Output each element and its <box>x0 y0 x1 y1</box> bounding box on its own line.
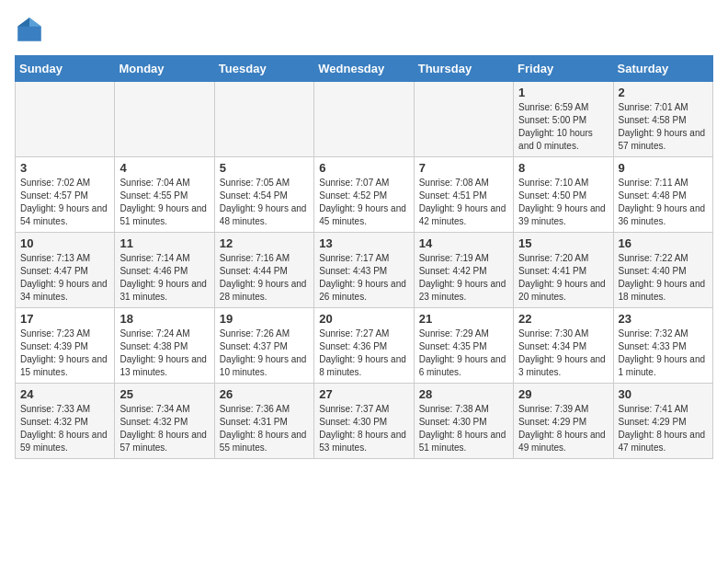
day-content: Sunrise: 7:41 AM Sunset: 4:29 PM Dayligh… <box>619 403 708 454</box>
calendar-cell: 17Sunrise: 7:23 AM Sunset: 4:39 PM Dayli… <box>16 308 115 384</box>
day-content: Sunrise: 7:14 AM Sunset: 4:46 PM Dayligh… <box>119 252 209 304</box>
day-content: Sunrise: 7:08 AM Sunset: 4:51 PM Dayligh… <box>419 177 508 228</box>
calendar-cell: 3Sunrise: 7:02 AM Sunset: 4:57 PM Daylig… <box>16 157 115 233</box>
day-number: 7 <box>419 161 508 175</box>
day-number: 8 <box>518 161 608 175</box>
day-number: 10 <box>20 236 109 250</box>
day-number: 24 <box>20 387 109 401</box>
day-content: Sunrise: 7:04 AM Sunset: 4:55 PM Dayligh… <box>119 177 209 228</box>
calendar-cell: 15Sunrise: 7:20 AM Sunset: 4:41 PM Dayli… <box>514 233 613 308</box>
day-content: Sunrise: 7:26 AM Sunset: 4:37 PM Dayligh… <box>220 327 309 379</box>
col-sunday: Sunday <box>16 56 115 82</box>
day-number: 22 <box>518 312 608 326</box>
col-friday: Friday <box>514 56 613 82</box>
day-content: Sunrise: 7:22 AM Sunset: 4:40 PM Dayligh… <box>619 252 708 304</box>
calendar-table: Sunday Monday Tuesday Wednesday Thursday… <box>15 55 713 459</box>
day-number: 4 <box>119 161 209 175</box>
calendar-cell: 5Sunrise: 7:05 AM Sunset: 4:54 PM Daylig… <box>214 157 313 233</box>
day-content: Sunrise: 7:27 AM Sunset: 4:36 PM Dayligh… <box>319 327 408 379</box>
day-number: 9 <box>619 161 708 175</box>
day-number: 25 <box>119 387 209 401</box>
day-content: Sunrise: 7:13 AM Sunset: 4:47 PM Dayligh… <box>20 252 109 304</box>
calendar-cell: 2Sunrise: 7:01 AM Sunset: 4:58 PM Daylig… <box>613 82 712 157</box>
day-content: Sunrise: 7:23 AM Sunset: 4:39 PM Dayligh… <box>20 327 109 379</box>
calendar-cell <box>115 82 214 157</box>
calendar-cell: 14Sunrise: 7:19 AM Sunset: 4:42 PM Dayli… <box>414 233 513 308</box>
header-row: Sunday Monday Tuesday Wednesday Thursday… <box>16 56 713 82</box>
day-number: 18 <box>119 312 209 326</box>
calendar-cell: 19Sunrise: 7:26 AM Sunset: 4:37 PM Dayli… <box>214 308 313 384</box>
day-content: Sunrise: 7:32 AM Sunset: 4:33 PM Dayligh… <box>619 327 708 379</box>
day-content: Sunrise: 7:37 AM Sunset: 4:30 PM Dayligh… <box>319 403 408 454</box>
col-monday: Monday <box>115 56 214 82</box>
day-content: Sunrise: 7:07 AM Sunset: 4:52 PM Dayligh… <box>319 177 408 228</box>
calendar-week-3: 17Sunrise: 7:23 AM Sunset: 4:39 PM Dayli… <box>16 308 713 384</box>
day-number: 21 <box>419 312 508 326</box>
calendar-cell: 23Sunrise: 7:32 AM Sunset: 4:33 PM Dayli… <box>613 308 712 384</box>
day-content: Sunrise: 7:29 AM Sunset: 4:35 PM Dayligh… <box>419 327 508 379</box>
day-content: Sunrise: 7:38 AM Sunset: 4:30 PM Dayligh… <box>419 403 508 454</box>
day-content: Sunrise: 7:33 AM Sunset: 4:32 PM Dayligh… <box>20 403 109 454</box>
calendar-week-0: 1Sunrise: 6:59 AM Sunset: 5:00 PM Daylig… <box>16 82 713 157</box>
calendar-cell: 4Sunrise: 7:04 AM Sunset: 4:55 PM Daylig… <box>115 157 214 233</box>
calendar-cell: 1Sunrise: 6:59 AM Sunset: 5:00 PM Daylig… <box>514 82 613 157</box>
calendar-cell: 26Sunrise: 7:36 AM Sunset: 4:31 PM Dayli… <box>214 384 313 459</box>
day-content: Sunrise: 7:02 AM Sunset: 4:57 PM Dayligh… <box>20 177 109 228</box>
day-content: Sunrise: 7:19 AM Sunset: 4:42 PM Dayligh… <box>419 252 508 304</box>
calendar-cell: 25Sunrise: 7:34 AM Sunset: 4:32 PM Dayli… <box>115 384 214 459</box>
day-number: 20 <box>319 312 408 326</box>
calendar-cell: 28Sunrise: 7:38 AM Sunset: 4:30 PM Dayli… <box>414 384 513 459</box>
day-content: Sunrise: 7:39 AM Sunset: 4:29 PM Dayligh… <box>518 403 608 454</box>
day-number: 29 <box>518 387 608 401</box>
day-content: Sunrise: 7:30 AM Sunset: 4:34 PM Dayligh… <box>518 327 608 379</box>
calendar-cell: 9Sunrise: 7:11 AM Sunset: 4:48 PM Daylig… <box>613 157 712 233</box>
calendar-cell: 11Sunrise: 7:14 AM Sunset: 4:46 PM Dayli… <box>115 233 214 308</box>
col-wednesday: Wednesday <box>314 56 414 82</box>
calendar-cell: 13Sunrise: 7:17 AM Sunset: 4:43 PM Dayli… <box>314 233 414 308</box>
logo <box>15 15 48 44</box>
day-number: 16 <box>619 236 708 250</box>
calendar-cell <box>16 82 115 157</box>
col-saturday: Saturday <box>613 56 712 82</box>
calendar-header: Sunday Monday Tuesday Wednesday Thursday… <box>16 56 713 82</box>
day-number: 23 <box>619 312 708 326</box>
day-content: Sunrise: 7:17 AM Sunset: 4:43 PM Dayligh… <box>319 252 408 304</box>
calendar-cell: 16Sunrise: 7:22 AM Sunset: 4:40 PM Dayli… <box>613 233 712 308</box>
day-content: Sunrise: 7:05 AM Sunset: 4:54 PM Dayligh… <box>220 177 309 228</box>
svg-marker-2 <box>17 17 29 27</box>
calendar-cell: 7Sunrise: 7:08 AM Sunset: 4:51 PM Daylig… <box>414 157 513 233</box>
calendar-week-2: 10Sunrise: 7:13 AM Sunset: 4:47 PM Dayli… <box>16 233 713 308</box>
day-number: 14 <box>419 236 508 250</box>
calendar-cell: 10Sunrise: 7:13 AM Sunset: 4:47 PM Dayli… <box>16 233 115 308</box>
day-number: 11 <box>119 236 209 250</box>
day-content: Sunrise: 7:01 AM Sunset: 4:58 PM Dayligh… <box>619 101 708 153</box>
logo-icon <box>15 15 44 44</box>
calendar-cell: 20Sunrise: 7:27 AM Sunset: 4:36 PM Dayli… <box>314 308 414 384</box>
calendar-cell: 8Sunrise: 7:10 AM Sunset: 4:50 PM Daylig… <box>514 157 613 233</box>
day-number: 2 <box>619 86 708 99</box>
day-number: 26 <box>220 387 309 401</box>
page-header <box>15 15 713 44</box>
calendar-cell: 22Sunrise: 7:30 AM Sunset: 4:34 PM Dayli… <box>514 308 613 384</box>
day-number: 19 <box>220 312 309 326</box>
day-content: Sunrise: 6:59 AM Sunset: 5:00 PM Dayligh… <box>518 101 608 153</box>
day-content: Sunrise: 7:10 AM Sunset: 4:50 PM Dayligh… <box>518 177 608 228</box>
day-content: Sunrise: 7:11 AM Sunset: 4:48 PM Dayligh… <box>619 177 708 228</box>
day-number: 5 <box>220 161 309 175</box>
day-content: Sunrise: 7:24 AM Sunset: 4:38 PM Dayligh… <box>119 327 209 379</box>
calendar-cell: 24Sunrise: 7:33 AM Sunset: 4:32 PM Dayli… <box>16 384 115 459</box>
col-tuesday: Tuesday <box>214 56 313 82</box>
day-number: 1 <box>518 86 608 99</box>
calendar-cell <box>214 82 313 157</box>
calendar-cell <box>314 82 414 157</box>
col-thursday: Thursday <box>414 56 513 82</box>
calendar-cell: 30Sunrise: 7:41 AM Sunset: 4:29 PM Dayli… <box>613 384 712 459</box>
calendar-cell: 29Sunrise: 7:39 AM Sunset: 4:29 PM Dayli… <box>514 384 613 459</box>
calendar-cell: 6Sunrise: 7:07 AM Sunset: 4:52 PM Daylig… <box>314 157 414 233</box>
day-number: 15 <box>518 236 608 250</box>
calendar-week-1: 3Sunrise: 7:02 AM Sunset: 4:57 PM Daylig… <box>16 157 713 233</box>
day-number: 17 <box>20 312 109 326</box>
calendar-cell: 21Sunrise: 7:29 AM Sunset: 4:35 PM Dayli… <box>414 308 513 384</box>
day-content: Sunrise: 7:16 AM Sunset: 4:44 PM Dayligh… <box>220 252 309 304</box>
calendar-cell: 27Sunrise: 7:37 AM Sunset: 4:30 PM Dayli… <box>314 384 414 459</box>
